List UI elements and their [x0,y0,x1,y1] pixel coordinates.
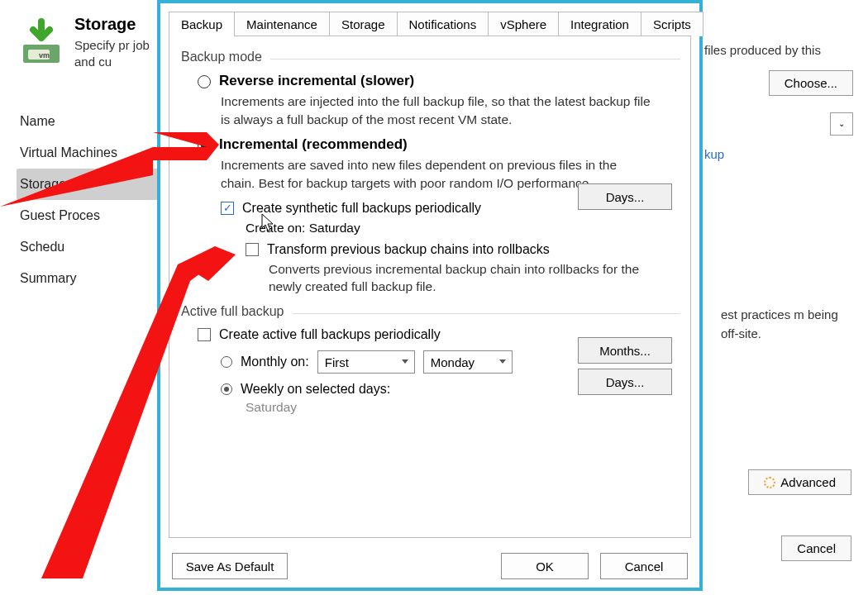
advanced-button[interactable]: Advanced [748,469,851,495]
bg-text-fragment: files produced by this [704,41,853,60]
wizard-title: Storage [74,15,161,34]
wizard-nav: NameVirtual MachinesStorageGuest ProcesS… [17,106,161,294]
sidebar-item-name[interactable]: Name [17,106,161,137]
transform-desc: Converts previous incremental backup cha… [269,260,649,296]
reverse-incremental-desc: Increments are injected into the full ba… [221,93,651,128]
sidebar-item-schedu[interactable]: Schedu [17,231,161,263]
transform-label: Transform previous backup chains into ro… [267,242,550,257]
weekly-days-button[interactable]: Days... [578,369,672,395]
synthetic-full-label: Create synthetic full backups periodical… [242,201,481,216]
reverse-incremental-radio-row[interactable]: Reverse incremental (slower) [198,73,680,89]
save-as-default-button[interactable]: Save As Default [172,553,288,579]
weekly-on-label: Weekly on selected days: [241,382,390,397]
wizard-header: vm Storage Specify pr job and cu [17,0,161,81]
radio-icon [221,383,232,395]
wizard-subtitle: Specify pr job and cu [74,37,161,71]
monthly-ordinal-combo[interactable] [317,350,415,374]
bg-cancel-button[interactable]: Cancel [781,536,851,561]
dialog-tabs: BackupMaintenanceStorageNotificationsvSp… [169,12,691,36]
radio-icon [221,356,232,368]
reverse-incremental-title: Reverse incremental (slower) [219,73,414,89]
radio-icon [198,139,211,152]
dialog-footer: Save As Default OK Cancel [160,553,699,579]
radio-icon [198,75,211,88]
active-full-label: Create active full backups periodically [219,327,441,342]
bg-practices-fragment: est practices m being off-site. [721,306,853,343]
background-panel: files produced by this Choose... ⌄ kup [704,41,853,161]
monthly-day-combo[interactable] [423,350,513,374]
storage-icon: vm [17,15,66,71]
incremental-title: Incremental (recommended) [219,136,408,153]
tab-backup[interactable]: Backup [169,12,235,36]
gear-icon [764,477,775,488]
sidebar-item-guest-proces[interactable]: Guest Proces [17,200,161,231]
cancel-button[interactable]: Cancel [600,553,688,579]
tab-scripts[interactable]: Scripts [641,12,703,36]
checkbox-icon [198,328,211,341]
sidebar-item-storage[interactable]: Storage [17,169,161,200]
tab-integration[interactable]: Integration [558,12,641,36]
choose-button[interactable]: Choose... [769,70,853,96]
create-on-line: Create on: Saturday [246,221,680,236]
dropdown-caret-icon[interactable]: ⌄ [830,112,853,136]
checkbox-icon [221,202,234,215]
checkbox-icon [246,243,259,256]
tab-storage[interactable]: Storage [329,12,398,36]
tab-notifications[interactable]: Notifications [397,12,489,36]
mouse-cursor-icon [261,213,276,233]
sidebar-item-virtual-machines[interactable]: Virtual Machines [17,137,161,169]
backup-mode-group-label: Backup mode [181,50,680,64]
monthly-on-label: Monthly on: [241,355,309,369]
wizard-sidebar: vm Storage Specify pr job and cu NameVir… [17,0,161,294]
incremental-radio-row[interactable]: Incremental (recommended) [198,136,680,153]
tab-vsphere[interactable]: vSphere [488,12,559,36]
active-full-group-label: Active full backup [181,304,680,319]
sidebar-item-summary[interactable]: Summary [17,263,161,294]
transform-checkbox-row[interactable]: Transform previous backup chains into ro… [246,242,680,257]
bg-link-fragment: kup [704,147,853,161]
ok-button[interactable]: OK [501,553,589,579]
synthetic-days-button[interactable]: Days... [578,183,672,210]
tab-maintenance[interactable]: Maintenance [234,12,330,36]
months-button[interactable]: Months... [578,337,672,364]
weekly-value: Saturday [246,400,680,415]
advanced-settings-dialog: BackupMaintenanceStorageNotificationsvSp… [157,0,703,591]
svg-text:vm: vm [39,51,50,60]
backup-tab-panel: Backup mode Reverse incremental (slower)… [169,36,691,538]
advanced-label: Advanced [780,475,836,489]
